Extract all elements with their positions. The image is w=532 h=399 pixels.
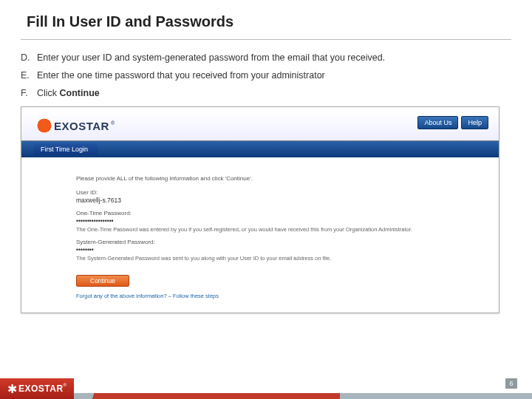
footer-registered-icon: ® — [64, 383, 66, 387]
slide-footer: ✱ EXOSTAR ® — [0, 378, 532, 399]
footer-logo-text: EXOSTAR — [18, 383, 64, 394]
page-title: Fill In User ID and Passwords — [0, 0, 532, 39]
sys-password-note: The System-Generated Password was sent t… — [76, 255, 499, 262]
embedded-screenshot: EXOSTAR ® About Us Help First Time Login… — [21, 106, 499, 313]
blue-nav-bar: First Time Login — [21, 141, 499, 157]
instruction-bold: Continue — [60, 88, 100, 98]
page-number: 6 — [505, 378, 517, 389]
otp-label: One-Time Password: — [76, 210, 499, 216]
forgot-info-link[interactable]: Forgot any of the above information? – F… — [76, 293, 499, 299]
app-header: EXOSTAR ® About Us Help — [21, 112, 499, 141]
instruction-list: D. Enter your user ID and system-generat… — [21, 49, 511, 102]
instruction-text: Click Continue — [37, 88, 511, 98]
instruction-d: D. Enter your user ID and system-generat… — [21, 49, 511, 66]
sys-password-value[interactable]: •••••••• — [76, 246, 499, 253]
footer-logo-burst-icon: ✱ — [7, 382, 17, 396]
logo-burst-icon — [36, 117, 52, 134]
instruction-prefix: Click — [37, 88, 60, 98]
instruction-f: F. Click Continue — [21, 84, 511, 102]
instruction-text: Enter the one time password that you rec… — [37, 70, 511, 81]
first-time-login-tab[interactable]: First Time Login — [33, 143, 98, 155]
instruction-letter: F. — [21, 88, 37, 98]
registered-icon: ® — [111, 120, 115, 126]
about-us-button[interactable]: About Us — [417, 116, 458, 129]
exostar-logo: EXOSTAR ® — [36, 115, 115, 137]
sys-password-label: System-Generated Password: — [76, 239, 499, 245]
title-divider — [21, 39, 511, 40]
continue-button[interactable]: Continue — [76, 275, 129, 287]
otp-value[interactable]: ••••••••••••••••• — [76, 217, 499, 225]
user-id-value[interactable]: maxwellj-s.7613 — [76, 197, 499, 204]
instruction-letter: E. — [21, 70, 37, 81]
instruction-e: E. Enter the one time password that you … — [21, 66, 511, 84]
footer-red-strip — [74, 393, 340, 399]
user-id-label: User ID: — [76, 189, 499, 196]
help-button[interactable]: Help — [461, 116, 488, 129]
login-form-body: Please provide ALL of the following info… — [21, 157, 499, 299]
logo-text: EXOSTAR — [54, 120, 109, 132]
otp-note: The One-Time Password was entered by you… — [76, 226, 499, 233]
form-intro-text: Please provide ALL of the following info… — [76, 175, 499, 182]
footer-logo-block: ✱ EXOSTAR ® — [0, 378, 74, 399]
instruction-letter: D. — [21, 52, 37, 63]
instruction-text: Enter your user ID and system-generated … — [37, 52, 511, 63]
